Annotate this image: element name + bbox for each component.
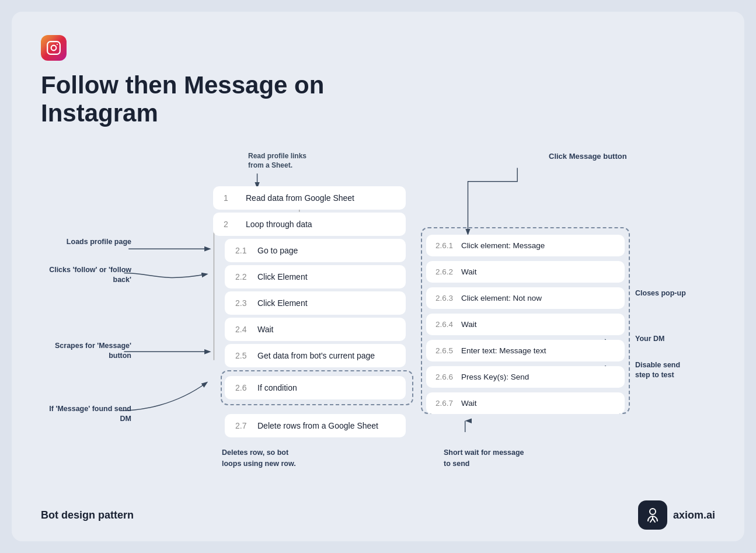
step-2-7: 2.7 Delete rows from a Google Sheet [225,414,406,437]
annotation-your-dm: Your DM [635,334,705,345]
step-2-6-4: 2.6.4 Wait [426,314,625,335]
page-title: Follow then Message on Instagram [41,71,715,128]
step-2-6-1: 2.6.1 Click element: Message [426,235,625,256]
step-2-6-3: 2.6.3 Click element: Not now [426,287,625,309]
annotation-scrapes: Scrapes for 'Message' button [41,341,131,361]
step-2-6-6: 2.6.6 Press Key(s): Send [426,366,625,388]
step-2: 2 Loop through data [213,213,406,236]
axiom-text: axiom.ai [673,509,715,521]
annotation-click-message-btn: Click Message button [549,151,666,162]
step-2-1: 2.1 Go to page [225,239,406,262]
annotation-if-message: If 'Message' found send DM [41,404,131,425]
svg-rect-0 [47,41,60,54]
svg-point-1 [51,46,57,51]
step-2-6-2: 2.6.2 Wait [426,261,625,283]
step-2-5: 2.5 Get data from bot's current page [225,344,406,367]
annotation-read-profile: Read profile links from a Sheet. [248,151,306,171]
annotation-disable-send: Disable send step to test [635,360,729,381]
annotation-deletes-row: Deletes row, so bot loops using new row. [222,447,296,469]
axiom-logo: axiom.ai [638,500,715,530]
step-2-6-7: 2.6.7 Wait [426,392,625,414]
bot-pattern-label: Bot design pattern [41,509,134,521]
instagram-icon [41,35,67,61]
annotation-closes-popup: Closes pop-up [635,288,723,299]
step-2-6: 2.6 If condition [225,376,406,399]
annotation-clicks-follow: Clicks 'follow' or 'follow back' [41,265,131,286]
step-2-6-5: 2.6.5 Enter text: Message text [426,340,625,361]
annotation-loads-profile: Loads profile page [41,237,131,248]
step-2-4: 2.4 Wait [225,318,406,341]
axiom-icon [638,500,667,530]
main-page: Follow then Message on Instagram [12,12,744,541]
step-2-2: 2.2 Click Element [225,265,406,288]
svg-point-3 [650,509,656,514]
flow-area: Read profile links from a Sheet. 1 Read … [41,151,715,502]
bottom-bar: Bot design pattern axiom.ai [41,500,715,530]
step-1: 1 Read data from Google Sheet [213,186,406,210]
annotation-short-wait: Short wait for message to send [444,447,524,469]
step-2-3: 2.3 Click Element [225,291,406,315]
svg-point-2 [57,44,58,45]
